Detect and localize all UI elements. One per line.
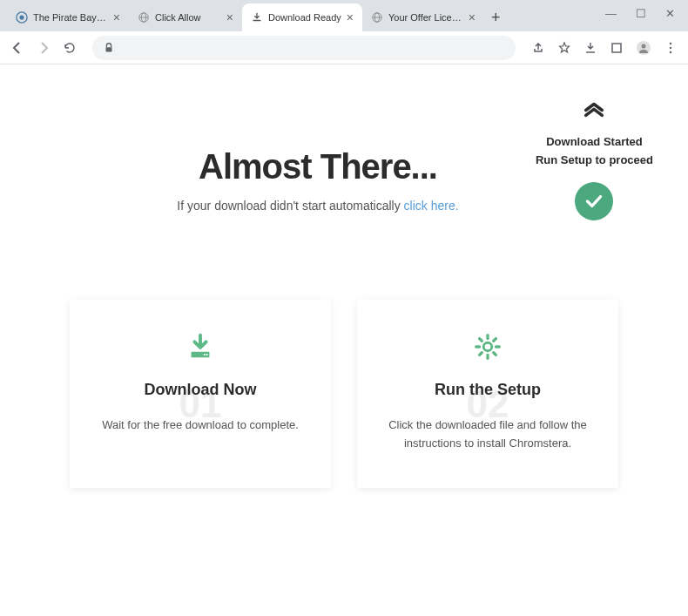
- svg-point-1: [19, 15, 24, 19]
- address-bar[interactable]: [92, 36, 516, 60]
- svg-point-11: [642, 44, 646, 48]
- card-title: Run the Setup: [379, 381, 597, 399]
- download-icon[interactable]: [583, 41, 597, 55]
- close-icon[interactable]: ×: [347, 10, 354, 24]
- card-run-setup: 02 Run the Setup Click the downloaded fi…: [357, 300, 618, 488]
- checkmark-icon: [575, 182, 613, 220]
- download-arrow-icon: [91, 330, 309, 363]
- tab-title: Click Allow: [155, 12, 221, 23]
- tab-download-ready[interactable]: Download Ready ×: [242, 3, 362, 31]
- svg-point-12: [670, 42, 671, 44]
- svg-point-14: [670, 51, 671, 52]
- svg-rect-8: [106, 47, 112, 51]
- gear-icon: [379, 330, 597, 363]
- back-button[interactable]: [10, 41, 24, 55]
- new-tab-button[interactable]: +: [484, 3, 508, 31]
- download-notice: Download Started Run Setup to proceed: [536, 95, 653, 220]
- globe-icon: [138, 11, 150, 24]
- notice-line2: Run Setup to proceed: [536, 152, 653, 170]
- tab-title: Download Ready: [268, 12, 341, 23]
- tab-title: Your Offer License m: [388, 12, 463, 23]
- profile-icon[interactable]: [636, 40, 651, 56]
- close-icon[interactable]: ×: [469, 10, 476, 24]
- nav-bar: [0, 31, 688, 64]
- close-icon[interactable]: ×: [226, 10, 233, 24]
- minimize-button[interactable]: —: [605, 7, 617, 20]
- tab-offer-license[interactable]: Your Offer License m ×: [362, 3, 484, 31]
- tab-pirate-bay[interactable]: The Pirate Bay - The g ×: [7, 3, 129, 31]
- svg-point-17: [206, 354, 207, 355]
- pirate-icon: [16, 11, 28, 24]
- close-icon[interactable]: ×: [113, 10, 120, 24]
- reload-button[interactable]: [63, 41, 77, 55]
- lock-icon: [103, 42, 115, 54]
- svg-point-13: [670, 46, 671, 48]
- close-button[interactable]: ✕: [665, 7, 675, 20]
- tab-title: The Pirate Bay - The g: [33, 12, 108, 23]
- star-icon[interactable]: [557, 41, 571, 55]
- menu-icon[interactable]: [664, 41, 678, 55]
- svg-point-16: [204, 354, 206, 355]
- tab-click-allow[interactable]: Click Allow ×: [129, 3, 242, 31]
- notice-line1: Download Started: [536, 133, 653, 152]
- forward-button[interactable]: [37, 41, 51, 55]
- chevron-up-icon: [536, 95, 653, 123]
- extensions-icon[interactable]: [610, 41, 624, 55]
- maximize-button[interactable]: ☐: [636, 7, 646, 20]
- subtitle-text: If your download didn't start automatica…: [177, 199, 403, 213]
- steps-cards: 01 Download Now Wait for the free downlo…: [44, 300, 644, 488]
- click-here-link[interactable]: click here.: [404, 199, 459, 213]
- svg-point-18: [483, 342, 492, 351]
- card-download-now: 01 Download Now Wait for the free downlo…: [70, 300, 331, 488]
- share-icon[interactable]: [531, 41, 545, 55]
- svg-rect-9: [612, 44, 621, 52]
- download-icon: [251, 11, 263, 24]
- page-content: Download Started Run Setup to proceed Al…: [0, 64, 688, 616]
- globe-icon: [371, 11, 383, 24]
- card-title: Download Now: [91, 381, 309, 399]
- tabs-bar: The Pirate Bay - The g × Click Allow × D…: [0, 0, 688, 31]
